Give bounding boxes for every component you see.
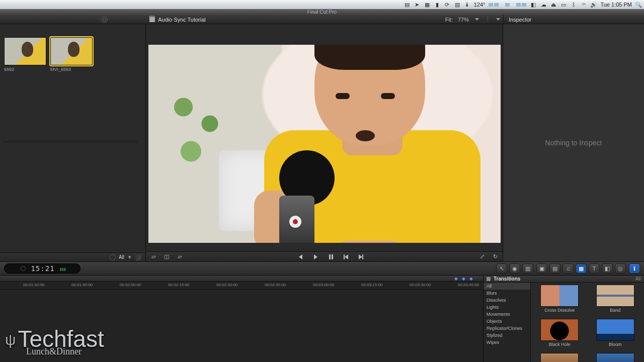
- timecode-display[interactable]: 15:21: [4, 263, 80, 274]
- wifi-icon[interactable]: ⌔: [580, 1, 587, 8]
- clip-item[interactable]: MVI_6593: [50, 37, 93, 72]
- transitions-category[interactable]: Movements: [484, 311, 530, 318]
- loop-icon[interactable]: ↻: [491, 253, 500, 260]
- skip-back-button[interactable]: [342, 253, 351, 260]
- video-frame: [148, 45, 501, 243]
- ruler-tick: 00:02:15:00: [168, 283, 189, 287]
- fullscreen-icon[interactable]: ⤢: [477, 253, 487, 260]
- media-themes-icon[interactable]: ◎: [615, 263, 626, 274]
- transitions-categories: All Blurs Dissolves Lights Movements Obj…: [484, 283, 531, 362]
- timeline-body[interactable]: ψTechfast Lunch&Dinner: [0, 290, 483, 362]
- distort-tool-icon[interactable]: ▱: [175, 253, 184, 260]
- transitions-category[interactable]: Objects: [484, 318, 530, 325]
- transition-item[interactable]: [533, 353, 587, 362]
- viewer-canvas[interactable]: [148, 45, 501, 243]
- media-generators-icon[interactable]: ◧: [602, 263, 613, 274]
- calendar-icon[interactable]: ▧: [454, 1, 461, 8]
- transitions-category[interactable]: Lights: [484, 304, 530, 311]
- cpu-meter-icon[interactable]: [488, 2, 527, 8]
- temperature: 124°: [474, 0, 486, 9]
- inspector-title: Inspector: [509, 17, 531, 23]
- transition-item[interactable]: Black Hole: [533, 319, 587, 351]
- bluetooth-icon[interactable]: ᛒ: [570, 1, 577, 8]
- fit-value[interactable]: 77%: [458, 17, 469, 23]
- inspector-pane: Nothing to Inspect: [503, 24, 644, 261]
- clip-item[interactable]: 6592: [4, 37, 46, 72]
- dropbox-icon[interactable]: ◧: [530, 1, 537, 8]
- transition-item[interactable]: Cross Dissolve: [533, 285, 587, 317]
- inspector-toggle-button[interactable]: ℹ: [629, 263, 640, 274]
- fit-menu-caret[interactable]: [475, 18, 479, 21]
- menu-extra-icon[interactable]: ▤: [404, 1, 411, 8]
- media-music-icon[interactable]: ♫: [562, 263, 574, 274]
- resize-handle-icon[interactable]: [135, 254, 141, 260]
- media-transitions-icon[interactable]: ▦: [576, 263, 587, 274]
- transitions-category[interactable]: Dissolves: [484, 297, 530, 304]
- transition-item[interactable]: [589, 353, 642, 362]
- transitions-category[interactable]: Stylized: [484, 332, 530, 339]
- app-title: Final Cut Pro: [0, 9, 644, 15]
- transitions-title: Transitions: [494, 276, 520, 282]
- transition-item[interactable]: Band: [589, 285, 642, 317]
- filter-menu-caret[interactable]: ▾: [127, 255, 132, 260]
- playback-controls: [296, 253, 366, 260]
- media-titles-icon[interactable]: T: [589, 263, 600, 274]
- timeline-range-icons[interactable]: ◆◆◆: [452, 276, 475, 281]
- display-icon[interactable]: ▭: [560, 1, 567, 8]
- search-icon[interactable]: [101, 16, 108, 23]
- pause-button[interactable]: [327, 253, 336, 260]
- event-browser: 6592 MVI_6593 All ▾: [0, 24, 146, 261]
- eject-icon[interactable]: ⏏: [550, 1, 557, 8]
- browser-footer: All ▾: [0, 252, 145, 261]
- transform-tool-icon[interactable]: ▱: [149, 253, 158, 260]
- viewer-controls: ▱ ◫ ▱ ⤢ ↻: [146, 251, 503, 261]
- prev-edit-icon[interactable]: [296, 253, 305, 260]
- tool-dashboard-icon[interactable]: ◉: [509, 263, 520, 274]
- filter-label[interactable]: All: [119, 254, 124, 260]
- transitions-icon: [487, 277, 491, 281]
- audio-meter-icon: [60, 264, 66, 273]
- main-panes: 6592 MVI_6593 All ▾: [0, 24, 644, 261]
- grid-icon[interactable]: ▦: [424, 1, 431, 8]
- viewer-options-icon[interactable]: ⋮: [485, 16, 490, 23]
- tool-retime-icon[interactable]: ▥: [522, 263, 533, 274]
- twitter-icon[interactable]: ➤: [414, 1, 421, 8]
- clip-thumbnails: 6592 MVI_6593: [0, 24, 145, 74]
- project-title: Audio Sync Tutorial: [158, 17, 206, 23]
- ruler-tick: 00:01:30:00: [23, 283, 44, 287]
- timeline-ruler[interactable]: 00:01:30:00 00:01:45:00 00:02:00:00 00:0…: [0, 282, 483, 290]
- transitions-category[interactable]: Wipes: [484, 339, 530, 346]
- transitions-category[interactable]: Replicator/Clones: [484, 325, 530, 332]
- volume-icon[interactable]: 🔊: [590, 1, 597, 8]
- ruler-tick: 00:02:30:00: [216, 283, 237, 287]
- timeline-index-bar: ◆◆◆: [0, 276, 483, 282]
- next-edit-icon[interactable]: [311, 253, 320, 260]
- timeline-area: ◆◆◆ 00:01:30:00 00:01:45:00 00:02:00:00 …: [0, 276, 644, 362]
- media-photos-icon[interactable]: ▤: [549, 263, 560, 274]
- bookmark-icon[interactable]: ▮: [434, 1, 441, 8]
- ruler-tick: 00:02:00:00: [120, 283, 141, 287]
- media-import-icon[interactable]: ▣: [536, 263, 547, 274]
- filter-dot-icon[interactable]: [110, 254, 116, 260]
- transition-item[interactable]: Bloom: [589, 319, 642, 351]
- watermark-subtitle: Lunch&Dinner: [26, 346, 82, 357]
- clip-label: 6592: [4, 67, 46, 72]
- viewer-pane: ▱ ◫ ▱ ⤢ ↻: [146, 24, 503, 261]
- skip-fwd-button[interactable]: [357, 253, 366, 260]
- transitions-category[interactable]: Blurs: [484, 290, 530, 297]
- thermometer-icon[interactable]: 🌡: [464, 1, 471, 8]
- transitions-scope[interactable]: All: [635, 276, 641, 282]
- transitions-category[interactable]: All: [484, 283, 530, 290]
- ruler-tick: 00:03:45:00: [458, 283, 479, 287]
- fork-icon: ψ: [5, 333, 16, 346]
- cloud-icon[interactable]: ☁: [540, 1, 547, 8]
- timeline-main[interactable]: ◆◆◆ 00:01:30:00 00:01:45:00 00:02:00:00 …: [0, 276, 483, 362]
- spotlight-icon[interactable]: 🔍: [635, 1, 642, 8]
- ruler-tick: 00:03:15:00: [361, 283, 382, 287]
- browser-divider[interactable]: [3, 141, 137, 143]
- viewer-options-caret[interactable]: [496, 18, 500, 21]
- tool-select-icon[interactable]: ↖: [496, 263, 507, 274]
- sync-icon[interactable]: ⟳: [444, 1, 451, 8]
- clock[interactable]: Tue 1:05 PM: [600, 0, 632, 9]
- crop-tool-icon[interactable]: ◫: [162, 253, 171, 260]
